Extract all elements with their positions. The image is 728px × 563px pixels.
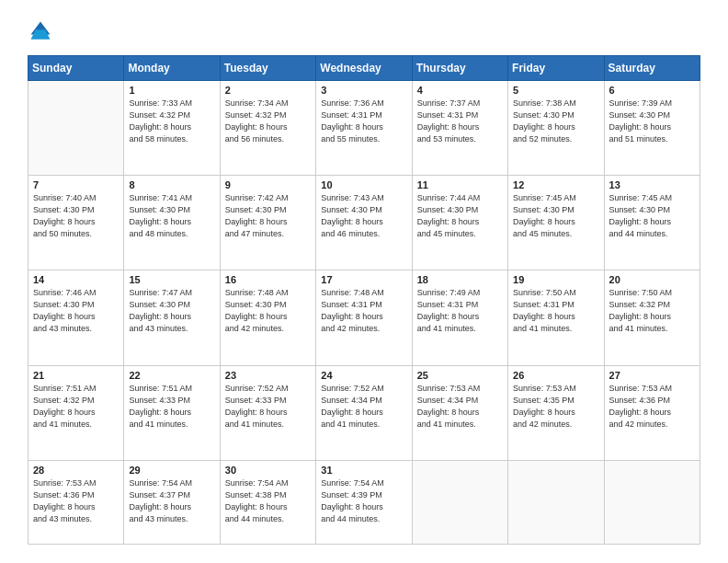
day-info: Sunrise: 7:50 AM Sunset: 4:32 PM Dayligh… [609,287,695,335]
calendar-cell: 25Sunrise: 7:53 AM Sunset: 4:34 PM Dayli… [412,365,507,460]
calendar-cell: 2Sunrise: 7:34 AM Sunset: 4:32 PM Daylig… [220,81,315,176]
day-info: Sunrise: 7:53 AM Sunset: 4:36 PM Dayligh… [33,477,119,525]
day-number: 21 [33,370,119,381]
day-info: Sunrise: 7:54 AM Sunset: 4:37 PM Dayligh… [129,477,214,525]
day-number: 31 [321,465,406,476]
day-number: 16 [225,274,311,285]
day-info: Sunrise: 7:53 AM Sunset: 4:36 PM Dayligh… [609,383,695,431]
day-info: Sunrise: 7:39 AM Sunset: 4:30 PM Dayligh… [609,98,695,145]
day-info: Sunrise: 7:54 AM Sunset: 4:38 PM Dayligh… [225,477,311,525]
day-number: 6 [609,85,695,96]
day-number: 28 [33,465,119,476]
calendar-cell [28,81,124,176]
calendar-cell: 29Sunrise: 7:54 AM Sunset: 4:37 PM Dayli… [124,460,220,544]
header-row: SundayMondayTuesdayWednesdayThursdayFrid… [28,56,700,81]
calendar-cell: 12Sunrise: 7:45 AM Sunset: 4:30 PM Dayli… [508,176,604,270]
calendar-cell: 20Sunrise: 7:50 AM Sunset: 4:32 PM Dayli… [604,270,700,365]
calendar-cell: 24Sunrise: 7:52 AM Sunset: 4:34 PM Dayli… [316,365,412,460]
calendar-cell: 15Sunrise: 7:47 AM Sunset: 4:30 PM Dayli… [124,270,220,365]
day-info: Sunrise: 7:34 AM Sunset: 4:32 PM Dayligh… [225,98,311,145]
day-header-saturday: Saturday [604,56,700,81]
day-number: 25 [417,370,503,381]
day-number: 12 [513,179,598,190]
day-number: 23 [225,370,311,381]
day-info: Sunrise: 7:46 AM Sunset: 4:30 PM Dayligh… [33,287,119,335]
calendar-cell: 14Sunrise: 7:46 AM Sunset: 4:30 PM Dayli… [28,270,124,365]
day-info: Sunrise: 7:45 AM Sunset: 4:30 PM Dayligh… [513,192,598,240]
calendar-cell: 22Sunrise: 7:51 AM Sunset: 4:33 PM Dayli… [124,365,220,460]
day-number: 9 [225,179,311,190]
logo [28,18,57,44]
logo-icon [28,18,53,44]
day-info: Sunrise: 7:41 AM Sunset: 4:30 PM Dayligh… [129,192,214,240]
calendar-header: SundayMondayTuesdayWednesdayThursdayFrid… [28,56,700,81]
day-header-sunday: Sunday [28,56,124,81]
calendar-cell: 21Sunrise: 7:51 AM Sunset: 4:32 PM Dayli… [28,365,124,460]
day-info: Sunrise: 7:49 AM Sunset: 4:31 PM Dayligh… [417,287,503,335]
calendar-cell: 26Sunrise: 7:53 AM Sunset: 4:35 PM Dayli… [508,365,604,460]
day-info: Sunrise: 7:52 AM Sunset: 4:34 PM Dayligh… [321,383,406,431]
day-info: Sunrise: 7:48 AM Sunset: 4:31 PM Dayligh… [321,287,406,335]
day-info: Sunrise: 7:50 AM Sunset: 4:31 PM Dayligh… [513,287,598,335]
day-info: Sunrise: 7:37 AM Sunset: 4:31 PM Dayligh… [417,98,503,145]
calendar-cell: 9Sunrise: 7:42 AM Sunset: 4:30 PM Daylig… [220,176,315,270]
day-info: Sunrise: 7:47 AM Sunset: 4:30 PM Dayligh… [129,287,214,335]
day-info: Sunrise: 7:53 AM Sunset: 4:35 PM Dayligh… [513,383,598,431]
day-number: 26 [513,370,598,381]
day-info: Sunrise: 7:36 AM Sunset: 4:31 PM Dayligh… [321,98,406,145]
day-number: 14 [33,274,119,285]
day-info: Sunrise: 7:42 AM Sunset: 4:30 PM Dayligh… [225,192,311,240]
calendar-cell: 7Sunrise: 7:40 AM Sunset: 4:30 PM Daylig… [28,176,124,270]
calendar-cell: 5Sunrise: 7:38 AM Sunset: 4:30 PM Daylig… [508,81,604,176]
day-number: 27 [609,370,695,381]
calendar-cell: 6Sunrise: 7:39 AM Sunset: 4:30 PM Daylig… [604,81,700,176]
day-number: 4 [417,85,503,96]
calendar-cell [604,460,700,544]
calendar-cell: 4Sunrise: 7:37 AM Sunset: 4:31 PM Daylig… [412,81,507,176]
day-number: 8 [129,179,214,190]
day-number: 1 [129,85,214,96]
day-info: Sunrise: 7:40 AM Sunset: 4:30 PM Dayligh… [33,192,119,240]
day-number: 13 [609,179,695,190]
day-number: 15 [129,274,214,285]
calendar-cell: 23Sunrise: 7:52 AM Sunset: 4:33 PM Dayli… [220,365,315,460]
day-info: Sunrise: 7:48 AM Sunset: 4:30 PM Dayligh… [225,287,311,335]
week-row-4: 21Sunrise: 7:51 AM Sunset: 4:32 PM Dayli… [28,365,700,460]
calendar-cell: 11Sunrise: 7:44 AM Sunset: 4:30 PM Dayli… [412,176,507,270]
calendar-cell: 10Sunrise: 7:43 AM Sunset: 4:30 PM Dayli… [316,176,412,270]
day-info: Sunrise: 7:33 AM Sunset: 4:32 PM Dayligh… [129,98,214,145]
day-info: Sunrise: 7:45 AM Sunset: 4:30 PM Dayligh… [609,192,695,240]
calendar-cell: 1Sunrise: 7:33 AM Sunset: 4:32 PM Daylig… [124,81,220,176]
day-info: Sunrise: 7:43 AM Sunset: 4:30 PM Dayligh… [321,192,406,240]
day-info: Sunrise: 7:51 AM Sunset: 4:32 PM Dayligh… [33,383,119,431]
day-number: 11 [417,179,503,190]
calendar-table: SundayMondayTuesdayWednesdayThursdayFrid… [28,55,700,545]
day-info: Sunrise: 7:38 AM Sunset: 4:30 PM Dayligh… [513,98,598,145]
day-number: 3 [321,85,406,96]
page: SundayMondayTuesdayWednesdayThursdayFrid… [0,0,728,563]
calendar-cell: 8Sunrise: 7:41 AM Sunset: 4:30 PM Daylig… [124,176,220,270]
day-number: 18 [417,274,503,285]
day-info: Sunrise: 7:54 AM Sunset: 4:39 PM Dayligh… [321,477,406,525]
day-header-tuesday: Tuesday [220,56,315,81]
day-number: 19 [513,274,598,285]
day-number: 29 [129,465,214,476]
calendar-cell: 27Sunrise: 7:53 AM Sunset: 4:36 PM Dayli… [604,365,700,460]
calendar-cell: 18Sunrise: 7:49 AM Sunset: 4:31 PM Dayli… [412,270,507,365]
day-header-monday: Monday [124,56,220,81]
week-row-3: 14Sunrise: 7:46 AM Sunset: 4:30 PM Dayli… [28,270,700,365]
day-header-thursday: Thursday [412,56,507,81]
calendar-cell: 17Sunrise: 7:48 AM Sunset: 4:31 PM Dayli… [316,270,412,365]
day-header-friday: Friday [508,56,604,81]
calendar-body: 1Sunrise: 7:33 AM Sunset: 4:32 PM Daylig… [28,81,700,545]
calendar-cell: 3Sunrise: 7:36 AM Sunset: 4:31 PM Daylig… [316,81,412,176]
header [28,18,700,44]
day-number: 20 [609,274,695,285]
calendar-cell: 28Sunrise: 7:53 AM Sunset: 4:36 PM Dayli… [28,460,124,544]
day-info: Sunrise: 7:52 AM Sunset: 4:33 PM Dayligh… [225,383,311,431]
week-row-1: 1Sunrise: 7:33 AM Sunset: 4:32 PM Daylig… [28,81,700,176]
day-number: 30 [225,465,311,476]
day-number: 24 [321,370,406,381]
day-info: Sunrise: 7:44 AM Sunset: 4:30 PM Dayligh… [417,192,503,240]
week-row-5: 28Sunrise: 7:53 AM Sunset: 4:36 PM Dayli… [28,460,700,544]
